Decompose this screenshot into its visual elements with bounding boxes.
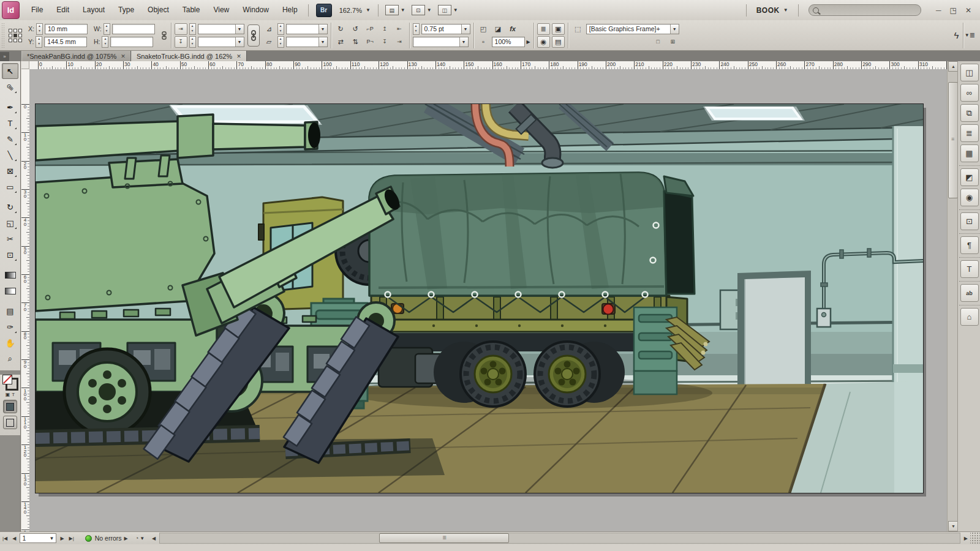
stroke-panel-icon[interactable]: ≣ — [960, 124, 979, 142]
vertical-ruler[interactable]: 0102030405060708090100110120130140150 — [21, 69, 30, 531]
view-options-dropdown[interactable]: ▤ ▼ — [385, 5, 405, 15]
tab-overflow-button[interactable]: » — [0, 52, 9, 61]
shear-stepper[interactable]: ▲▼ — [277, 36, 284, 48]
tab-close-icon[interactable]: ✕ — [121, 53, 126, 59]
fill-none-swatch-icon[interactable] — [2, 375, 12, 384]
fit-frame-to-content-button[interactable]: ⇥ — [175, 23, 187, 35]
note-tool[interactable]: ▤ — [2, 303, 18, 319]
zoom-tool[interactable]: ⌕ — [2, 351, 18, 367]
search-input[interactable] — [822, 6, 904, 15]
line-tool[interactable]: ╲ — [2, 147, 18, 163]
panel-menu-button[interactable]: ▼≣ — [963, 29, 976, 41]
wrap-none-button[interactable]: ≣ — [537, 23, 550, 35]
scroll-left-icon[interactable]: ◀ — [149, 536, 158, 541]
preview-mode-button[interactable] — [3, 416, 17, 429]
rotation-stepper[interactable]: ▲▼ — [277, 23, 284, 35]
flip-horizontal-button[interactable]: ⇄ — [334, 36, 347, 48]
stroke-weight-combo[interactable]: 0.75 pt ▼ — [421, 24, 470, 34]
menu-object[interactable]: Object — [141, 0, 176, 20]
scale-y-stepper[interactable]: ▲▼ — [189, 36, 196, 48]
horizontal-scrollbar[interactable] — [159, 533, 960, 544]
select-back-object-button[interactable]: ⇤ — [393, 23, 406, 35]
select-container-button[interactable]: ⌐P — [364, 23, 377, 35]
vertical-scroll-thumb[interactable] — [948, 82, 958, 198]
paragraph-styles-panel-icon[interactable]: ¶ — [960, 236, 979, 254]
object-style-combo[interactable]: [Basic Graphics Frame]+ ▼ — [586, 24, 679, 34]
vertical-scrollbar[interactable]: ▲ ▼ — [947, 61, 958, 531]
pen-tool[interactable]: ✒ — [2, 99, 18, 115]
wrap-object-shape-button[interactable]: ◉ — [537, 36, 550, 48]
hand-tool[interactable]: ✋ — [2, 335, 18, 351]
corner-options-button[interactable]: ◰ — [477, 23, 490, 35]
search-box[interactable] — [809, 4, 921, 16]
notes-panel-icon[interactable]: ⌂ — [960, 308, 979, 326]
preflight-menu-arrow-icon[interactable]: ▶ — [122, 536, 130, 541]
page-number-field[interactable]: 1 ▼ — [20, 533, 56, 543]
new-style-button[interactable]: ⊞ — [666, 36, 679, 48]
scissors-tool[interactable]: ✂ — [2, 231, 18, 247]
menu-window[interactable]: Window — [236, 0, 276, 20]
menu-type[interactable]: Type — [111, 0, 141, 20]
x-position-field[interactable]: 10 mm — [45, 24, 88, 34]
formatting-container-icon[interactable]: ▣ — [6, 392, 10, 397]
select-next-object-button[interactable]: ↧ — [379, 36, 391, 48]
object-styles-panel-icon[interactable]: ⊡ — [960, 212, 979, 230]
effects-button[interactable]: fx — [507, 23, 519, 35]
shear-angle-combo[interactable]: ▼ — [286, 37, 328, 47]
zoom-level-dropdown[interactable]: 162.7% ▼ — [336, 6, 374, 15]
w-stepper[interactable]: ▲▼ — [104, 23, 110, 35]
type-tool[interactable]: T — [2, 115, 18, 131]
h-stepper[interactable]: ▲▼ — [102, 36, 108, 48]
fit-content-to-frame-button[interactable]: ↧ — [175, 36, 187, 48]
workspace-dropdown[interactable]: BOOK ▼ — [750, 6, 794, 15]
stroke-weight-stepper[interactable]: ▲▼ — [413, 23, 420, 35]
opacity-flyout-icon[interactable]: ▶ — [527, 39, 530, 45]
menu-layout[interactable]: Layout — [76, 0, 111, 20]
next-page-button[interactable]: ▶ — [58, 536, 66, 541]
layers-panel-icon[interactable]: ⧉ — [960, 104, 979, 122]
effects-panel-icon[interactable]: ◩ — [960, 168, 979, 186]
links-panel-icon[interactable]: ∞ — [960, 84, 979, 102]
arrange-documents-dropdown[interactable]: ◫ ▼ — [438, 5, 458, 15]
constrain-dimensions-chain-icon[interactable] — [158, 29, 171, 41]
menu-edit[interactable]: Edit — [50, 0, 76, 20]
pencil-tool[interactable]: ✎ — [2, 131, 18, 147]
screen-mode-dropdown[interactable]: ⊡ ▼ — [412, 5, 432, 15]
select-previous-object-button[interactable]: ↥ — [379, 23, 391, 35]
ruler-corner[interactable] — [21, 61, 29, 69]
direct-selection-tool[interactable]: ⇖ — [2, 79, 18, 95]
tab-close-icon[interactable]: ✕ — [236, 53, 241, 59]
gradient-feather-tool[interactable] — [2, 283, 18, 299]
scale-y-combo[interactable]: ▼ — [198, 37, 244, 47]
first-page-button[interactable]: |◀ — [0, 536, 10, 541]
scale-tool[interactable]: ◱ — [2, 215, 18, 231]
flip-vertical-button[interactable]: ⇅ — [349, 36, 362, 48]
rectangle-frame-tool[interactable]: ⊠ — [2, 163, 18, 179]
menu-table[interactable]: Table — [176, 0, 207, 20]
menu-help[interactable]: Help — [276, 0, 304, 20]
document-tab[interactable]: SnaketoTruck-BG.indd @ 162%✕ — [131, 51, 247, 61]
normal-view-mode-button[interactable] — [3, 400, 17, 413]
panel-grip[interactable] — [1, 23, 6, 48]
formatting-text-icon[interactable]: T — [12, 392, 15, 397]
fill-stroke-control[interactable] — [2, 375, 18, 391]
horizontal-ruler[interactable]: 0102030405060708090100110120130140150160… — [29, 61, 947, 70]
opacity-field[interactable]: 100% — [492, 37, 525, 47]
y-position-field[interactable]: 144.5 mm — [44, 37, 87, 47]
wrap-bounding-box-button[interactable]: ▣ — [552, 23, 565, 35]
height-field[interactable] — [110, 37, 153, 47]
selection-tool[interactable]: ↖ — [2, 63, 18, 79]
restore-button[interactable]: ◳ — [950, 6, 957, 15]
clear-overrides-button[interactable]: □ — [652, 36, 665, 48]
spell-check-panel-icon[interactable]: ab — [960, 284, 979, 302]
wrap-jump-button[interactable]: ▤ — [552, 36, 565, 48]
scale-x-stepper[interactable]: ▲▼ — [189, 23, 196, 35]
pages-panel-icon[interactable]: ◫ — [960, 64, 979, 81]
reference-point-proxy[interactable] — [9, 29, 22, 42]
horizontal-scroll-thumb[interactable] — [379, 533, 509, 543]
select-forward-object-button[interactable]: ⇥ — [393, 36, 406, 48]
close-button[interactable]: ✕ — [965, 6, 971, 15]
gradient-swatch-tool[interactable] — [2, 267, 18, 283]
scale-x-combo[interactable]: ▼ — [198, 24, 244, 34]
previous-page-button[interactable]: ◀ — [10, 536, 18, 541]
